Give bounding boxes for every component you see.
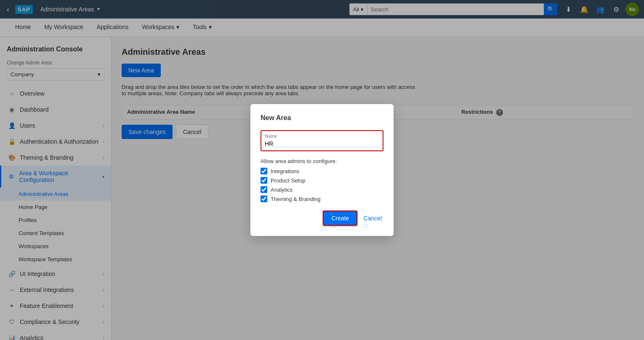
checkbox-product-setup: Product Setup <box>261 177 383 184</box>
new-area-modal: New Area Name Allow area admins to confi… <box>250 104 394 236</box>
modal-cancel-button[interactable]: Cancel <box>362 211 383 225</box>
theming-branding-label: Theming & Branding <box>271 196 321 202</box>
product-setup-label: Product Setup <box>271 177 305 184</box>
integrations-checkbox[interactable] <box>261 168 267 174</box>
analytics-checkbox[interactable] <box>261 186 267 193</box>
checkbox-theming-branding: Theming & Branding <box>261 195 383 202</box>
modal-allow-label: Allow area admins to configure: <box>261 158 383 164</box>
integrations-label: Integrations <box>271 168 299 174</box>
modal-create-button[interactable]: Create <box>323 211 357 226</box>
modal-overlay: New Area Name Allow area admins to confi… <box>0 0 644 340</box>
modal-checkboxes: Allow area admins to configure: Integrat… <box>261 158 383 202</box>
checkbox-analytics: Analytics <box>261 186 383 193</box>
theming-branding-checkbox[interactable] <box>261 195 267 202</box>
checkbox-integrations: Integrations <box>261 168 383 174</box>
analytics-label: Analytics <box>271 187 293 193</box>
modal-name-input[interactable] <box>262 139 382 150</box>
modal-footer: Create Cancel <box>261 211 383 226</box>
modal-title: New Area <box>261 114 383 122</box>
modal-name-label: Name <box>262 132 382 139</box>
modal-name-field-wrap: Name <box>261 130 383 151</box>
product-setup-checkbox[interactable] <box>261 177 267 184</box>
